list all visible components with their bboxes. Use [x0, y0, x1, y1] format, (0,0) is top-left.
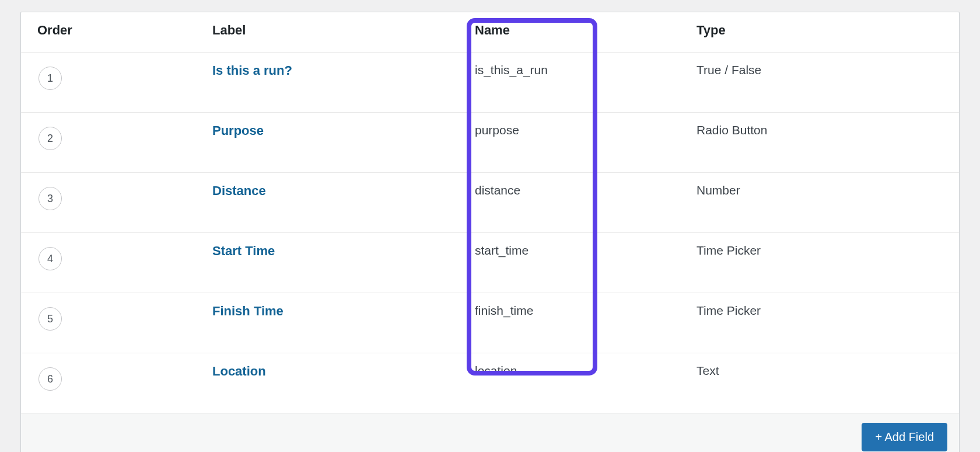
field-label-link[interactable]: Finish Time: [212, 304, 284, 318]
table-footer: + Add Field: [21, 413, 959, 452]
field-name-cell: is_this_a_run: [459, 53, 680, 113]
field-label-link[interactable]: Location: [212, 364, 266, 378]
field-name-cell: location: [459, 353, 680, 413]
field-label-link[interactable]: Start Time: [212, 244, 275, 258]
order-handle[interactable]: 1: [38, 67, 62, 90]
field-type-cell: Text: [680, 353, 959, 413]
field-name-cell: start_time: [459, 233, 680, 293]
order-handle[interactable]: 2: [38, 127, 62, 150]
fields-table-head: Order Label Name Type: [21, 12, 959, 53]
order-handle[interactable]: 3: [38, 187, 62, 210]
field-row[interactable]: 2 Purpose purpose Radio Button: [21, 113, 959, 173]
fields-table-body: 1 Is this a run? is_this_a_run True / Fa…: [21, 53, 959, 413]
field-row[interactable]: 5 Finish Time finish_time Time Picker: [21, 293, 959, 353]
field-row[interactable]: 6 Location location Text: [21, 353, 959, 413]
field-row[interactable]: 3 Distance distance Number: [21, 173, 959, 233]
field-name-cell: purpose: [459, 113, 680, 173]
column-header-type: Type: [680, 12, 959, 53]
field-type-cell: Time Picker: [680, 233, 959, 293]
fields-table: Order Label Name Type 1 Is this a run? i…: [21, 12, 959, 413]
field-type-cell: True / False: [680, 53, 959, 113]
field-row[interactable]: 1 Is this a run? is_this_a_run True / Fa…: [21, 53, 959, 113]
field-label-link[interactable]: Is this a run?: [212, 63, 292, 78]
add-field-button[interactable]: + Add Field: [862, 423, 947, 451]
order-handle[interactable]: 6: [38, 367, 62, 391]
field-type-cell: Radio Button: [680, 113, 959, 173]
column-header-name: Name: [459, 12, 680, 53]
field-name-cell: distance: [459, 173, 680, 233]
column-header-label: Label: [196, 12, 459, 53]
order-handle[interactable]: 5: [38, 307, 62, 331]
column-header-order: Order: [21, 12, 196, 53]
field-type-cell: Number: [680, 173, 959, 233]
field-name-cell: finish_time: [459, 293, 680, 353]
field-type-cell: Time Picker: [680, 293, 959, 353]
order-handle[interactable]: 4: [38, 247, 62, 270]
field-label-link[interactable]: Distance: [212, 183, 266, 198]
fields-panel: Order Label Name Type 1 Is this a run? i…: [20, 12, 960, 452]
field-label-link[interactable]: Purpose: [212, 123, 264, 138]
field-row[interactable]: 4 Start Time start_time Time Picker: [21, 233, 959, 293]
